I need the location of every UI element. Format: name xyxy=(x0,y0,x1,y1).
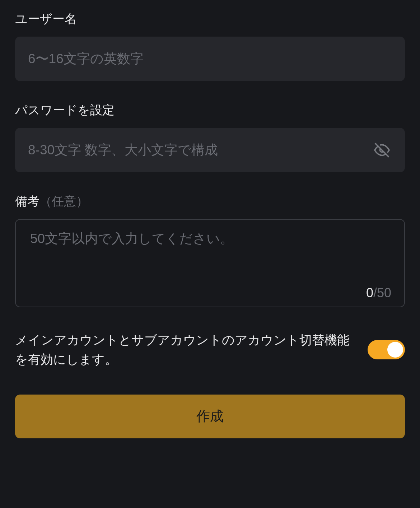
notes-textarea[interactable] xyxy=(30,230,391,284)
username-label: ユーザー名 xyxy=(15,11,405,27)
password-group: パスワードを設定 xyxy=(15,102,405,172)
eye-off-icon[interactable] xyxy=(374,142,390,158)
username-input[interactable] xyxy=(15,37,405,81)
password-wrapper xyxy=(15,128,405,172)
password-input[interactable] xyxy=(15,128,405,172)
notes-optional-hint: （任意） xyxy=(39,194,88,208)
char-count: 0 xyxy=(366,285,373,300)
username-group: ユーザー名 xyxy=(15,11,405,81)
toggle-knob xyxy=(387,342,403,358)
notes-wrapper: 0/50 xyxy=(15,219,405,307)
password-label: パスワードを設定 xyxy=(15,102,405,118)
toggle-label: メインアカウントとサブアカウントのアカウント切替機能を有効にします。 xyxy=(15,330,359,369)
notes-group: 備考（任意） 0/50 xyxy=(15,193,405,307)
toggle-row: メインアカウントとサブアカウントのアカウント切替機能を有効にします。 xyxy=(15,330,405,369)
char-counter: 0/50 xyxy=(30,284,391,299)
create-button[interactable]: 作成 xyxy=(15,395,405,438)
notes-label-text: 備考 xyxy=(15,194,39,208)
account-switch-toggle[interactable] xyxy=(368,340,405,359)
notes-label: 備考（任意） xyxy=(15,193,405,210)
char-max: /50 xyxy=(373,285,391,300)
